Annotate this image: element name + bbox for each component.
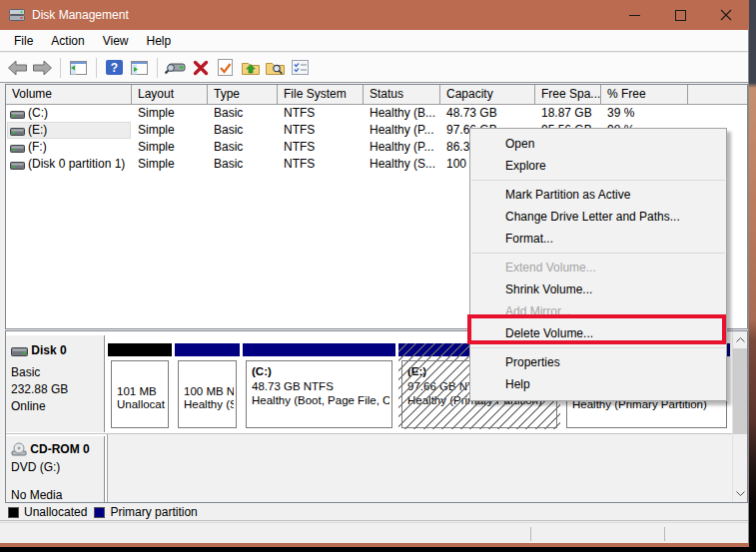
status-bar [0, 522, 749, 544]
volume-cell-status: Healthy (S... [370, 156, 440, 173]
scrollbar-thumb[interactable] [733, 348, 748, 434]
partition-1[interactable]: 100 MB NHealthy (S [175, 343, 240, 429]
partition-band [243, 343, 395, 356]
disk0-label: Disk 0Basic232.88 GBOnline [6, 335, 105, 432]
maximize-button[interactable] [657, 0, 703, 30]
menu-item-extend-volume[interactable]: Extend Volume... [470, 257, 726, 278]
volume-cell-layout: Simple [138, 139, 208, 156]
disk-status: Online [11, 399, 46, 413]
menu-separator [471, 253, 725, 254]
volume-cell-type: Basic [214, 105, 278, 122]
column-header-type[interactable]: Type [208, 85, 278, 104]
column-header-fs[interactable]: File System [278, 85, 364, 104]
menubar-item-file[interactable]: File [5, 32, 42, 50]
partition-text: (C:)48.73 GB NTFSHealthy (Boot, Page Fil… [252, 364, 389, 408]
toolbar-separator [96, 58, 97, 78]
column-header-volume[interactable]: Volume [6, 85, 132, 104]
volume-cell-pct: 39 % [607, 105, 688, 122]
window-border [0, 543, 749, 547]
close-button[interactable] [703, 0, 749, 30]
volume-cell-layout: Simple [138, 105, 208, 122]
cdrom-media-area [107, 434, 732, 502]
toolbar-back-icon[interactable] [5, 56, 30, 80]
menu-item-properties[interactable]: Properties [470, 351, 726, 373]
disk-status: No Media [11, 488, 62, 502]
volume-cell-volume: (F:) [28, 139, 132, 156]
status-separator [664, 527, 665, 541]
volume-cell-type: Basic [214, 139, 278, 156]
desktop-background [749, 0, 756, 552]
disk-kind: Basic [11, 365, 40, 379]
column-header-capacity[interactable]: Capacity [440, 85, 535, 104]
menu-separator [471, 347, 725, 348]
partition-0[interactable]: 101 MBUnallocat [108, 343, 172, 429]
window-title: Disk Management [32, 8, 129, 22]
vertical-scrollbar[interactable] [732, 331, 747, 502]
menu-item-help[interactable]: Help [470, 373, 726, 395]
window-border-right [748, 30, 749, 543]
scroll-up-button[interactable] [733, 331, 748, 348]
column-header-status[interactable]: Status [364, 85, 440, 104]
legend-label: Unallocated [24, 505, 87, 519]
toolbar-separator [157, 58, 158, 78]
toolbar-action-pane-icon[interactable] [127, 56, 152, 80]
toolbar-console-tree-icon[interactable] [66, 56, 91, 80]
menu-item-format[interactable]: Format... [470, 228, 726, 250]
partition-box: 101 MBUnallocat [111, 360, 169, 428]
legend-label: Primary partition [110, 505, 197, 519]
toolbar-folder-up-icon[interactable] [238, 56, 263, 80]
volume-cell-type: Basic [214, 122, 278, 139]
toolbar-forward-icon[interactable] [30, 56, 55, 80]
menu-item-shrink-volume[interactable]: Shrink Volume... [470, 278, 726, 300]
scroll-down-button[interactable] [733, 485, 748, 502]
toolbar-delete-icon[interactable] [188, 56, 213, 80]
volume-cell-status: Healthy (P... [370, 139, 440, 156]
volume-cell-fs: NTFS [284, 122, 364, 139]
volume-cell-layout: Simple [138, 156, 208, 173]
svg-text:?: ? [111, 61, 118, 75]
disk-kind: DVD (G:) [11, 460, 60, 474]
volume-icon [10, 142, 25, 156]
toolbar-disk-view-icon[interactable] [163, 56, 188, 80]
cdrom-label: CD-ROM 0DVD (G:)No Media [6, 436, 105, 502]
toolbar-separator [60, 58, 61, 78]
column-header-pct[interactable]: % Free [601, 85, 688, 104]
app-icon [9, 8, 25, 25]
volume-cell-layout: Simple [138, 122, 208, 139]
menu-item-open[interactable]: Open [470, 133, 726, 155]
volume-row[interactable]: (C:)SimpleBasicNTFSHealthy (B...48.73 GB… [6, 105, 747, 122]
partition-box: (C:)48.73 GB NTFSHealthy (Boot, Page Fil… [246, 360, 392, 428]
menu-item-change-drive-letter-and-paths[interactable]: Change Drive Letter and Paths... [470, 206, 726, 228]
volume-cell-free: 18.87 GB [541, 105, 601, 122]
volume-cell-capacity: 48.73 GB [446, 105, 535, 122]
partition-band [108, 343, 172, 356]
partition-text: 100 MB NHealthy (S [184, 385, 234, 411]
column-header-free[interactable]: Free Spa... [535, 85, 601, 104]
partition-box: 100 MB NHealthy (S [178, 360, 237, 428]
menu-item-explore[interactable]: Explore [470, 155, 726, 177]
toolbar-help-icon[interactable]: ? [102, 56, 127, 80]
disk-size: 232.88 GB [11, 382, 68, 396]
column-header-layout[interactable]: Layout [132, 85, 208, 104]
menubar-item-action[interactable]: Action [42, 32, 93, 50]
volume-list-header: VolumeLayoutTypeFile SystemStatusCapacit… [6, 85, 747, 105]
toolbar-list-view-icon[interactable] [288, 56, 313, 80]
volume-cell-volume: (E:) [28, 122, 132, 139]
volume-cell-fs: NTFS [284, 139, 364, 156]
volume-icon [10, 108, 25, 122]
partition-(C:)[interactable]: (C:)48.73 GB NTFSHealthy (Boot, Page Fil… [243, 343, 395, 429]
context-menu: OpenExploreMark Partition as ActiveChang… [469, 128, 727, 401]
menubar-item-help[interactable]: Help [138, 32, 181, 50]
volume-cell-status: Healthy (B... [370, 105, 440, 122]
legend-bar: UnallocatedPrimary partition [0, 504, 749, 521]
toolbar-folder-find-icon[interactable] [263, 56, 288, 80]
volume-cell-volume: (Disk 0 partition 1) [28, 156, 132, 173]
menubar-item-view[interactable]: View [94, 32, 138, 50]
partition-band [175, 343, 240, 356]
volume-cell-fs: NTFS [284, 105, 364, 122]
volume-icon [10, 125, 25, 139]
minimize-button[interactable] [611, 0, 657, 30]
highlight-rectangle [467, 314, 726, 344]
menu-item-mark-partition-as-active[interactable]: Mark Partition as Active [470, 184, 726, 206]
toolbar-check-page-icon[interactable] [213, 56, 238, 80]
